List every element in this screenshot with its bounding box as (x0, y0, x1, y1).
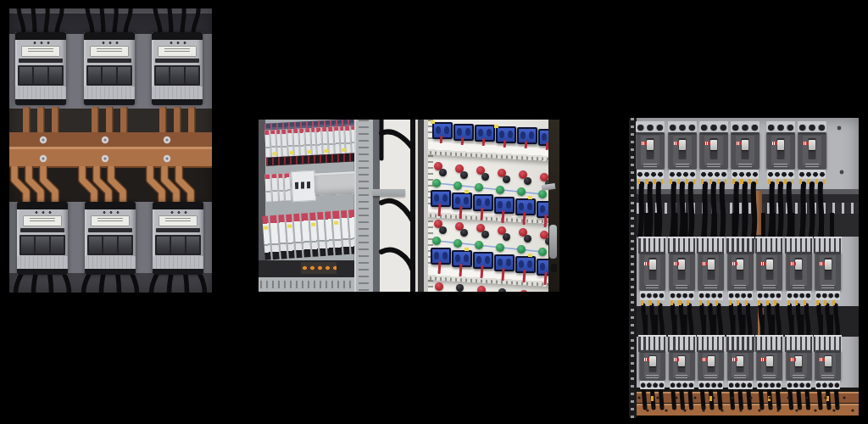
fuse-window (157, 237, 170, 254)
mccb-breaker (668, 132, 697, 170)
pushbutton-green (496, 186, 504, 194)
fuse-window (103, 67, 115, 84)
breaker-mounting-base (726, 237, 754, 254)
breaker-spec-text (763, 285, 776, 289)
pushbutton-dark (503, 233, 510, 241)
contact-block-blue (453, 124, 474, 141)
contact-block-blue (432, 122, 453, 139)
mccb-breaker (731, 132, 760, 170)
fuse-unit-top-terminal (153, 202, 203, 209)
breaker-mounting-base (668, 335, 696, 352)
door-harness-cables (373, 120, 428, 292)
breaker-red-label (643, 262, 649, 265)
door-keyhole (551, 264, 557, 272)
photo-left-fuse-switch-panel (9, 8, 212, 293)
pushbutton-red (477, 286, 486, 292)
terminal-loop-strip (637, 170, 664, 179)
breaker-spec-text (676, 375, 688, 379)
terminal-loop-strip (787, 291, 811, 300)
mccb-breaker (786, 252, 812, 291)
contact-block-blue (473, 194, 493, 211)
fuse-window (186, 237, 199, 254)
door-handle (549, 225, 557, 259)
terminal-loop-strip (757, 291, 782, 300)
fuse-window-band (87, 235, 133, 255)
breaker-spec-text (793, 375, 805, 379)
fuse-unit-base (85, 256, 136, 269)
breaker-toggle (777, 140, 784, 150)
breaker-mounting-base (755, 237, 783, 254)
fuse-unit-label (23, 215, 62, 226)
breaker-red-label (673, 358, 679, 361)
wire-marker-strip (758, 300, 781, 305)
breaker-spec-text (734, 375, 747, 379)
label-tag (431, 120, 435, 124)
fuse-switch-unit (153, 202, 203, 275)
mccb-breaker (636, 132, 665, 170)
terminal-loop-strip (732, 170, 759, 179)
fuse-window (51, 237, 64, 254)
terminal-lug-strip (766, 121, 795, 132)
fuse-unit-slot-band (87, 59, 131, 63)
fuse-switch-unit (85, 202, 136, 275)
terminal-loop-strip (669, 170, 696, 179)
mccb-breaker (727, 252, 754, 291)
breaker-spec-text (734, 285, 747, 289)
mccb-breaker (699, 132, 728, 170)
fuse-unit-base (153, 256, 203, 269)
breaker-spec-text (646, 285, 659, 289)
breaker-mounting-base (638, 237, 666, 254)
label-tag (342, 148, 346, 152)
fuse-window (170, 67, 183, 84)
terminal-lug-strip (731, 121, 760, 132)
din-row-second (264, 165, 358, 204)
label-tag (287, 225, 292, 228)
fuse-unit-slot-band (155, 59, 199, 63)
fuse-unit-label (159, 215, 198, 226)
fuse-switch-unit (152, 32, 203, 105)
fuse-window-band (19, 235, 65, 255)
mccb-breaker (756, 350, 782, 381)
fuse-window (36, 237, 48, 254)
cabinet-interior (259, 120, 373, 292)
fuse-window (118, 67, 131, 84)
breaker-toggle (825, 356, 832, 366)
pushbutton-dark (456, 284, 464, 292)
fuse-window-band (18, 65, 64, 86)
contact-block-blue (494, 254, 515, 271)
breaker-spec-text (821, 375, 834, 379)
breaker-toggle (649, 356, 656, 366)
wire-marker-strip (701, 179, 726, 184)
label-tag (290, 151, 294, 154)
wire-marker-strip (816, 300, 839, 305)
fuse-unit-indicator-dots (168, 41, 186, 45)
label-tag (325, 149, 329, 153)
breaker-toggle (710, 140, 717, 150)
fuse-unit-label (21, 46, 60, 57)
breaker-toggle (742, 140, 748, 150)
door-rear-face (428, 120, 559, 292)
breaker-mounting-base (697, 335, 725, 352)
terminal-loop-strip (815, 291, 840, 300)
contact-block-blue (452, 250, 472, 267)
contact-block-blue (517, 127, 537, 144)
terminal-loop-strip (787, 381, 811, 389)
terminal-lug-strip (699, 121, 728, 132)
fuse-unit-base (17, 256, 68, 269)
mccb-breaker (639, 252, 665, 291)
breaker-spec-text (738, 164, 752, 168)
pushbutton-dark (439, 226, 447, 234)
breaker-red-label (673, 262, 679, 265)
pushbutton-green (496, 243, 504, 252)
fuse-unit-top-terminal (85, 202, 136, 209)
breaker-spec-text (643, 164, 657, 168)
fuse-unit-indicator-dots (101, 210, 120, 215)
fuse-unit-slot-band (20, 228, 64, 232)
breaker-spec-text (676, 164, 689, 168)
wire-marker-strip (670, 179, 695, 184)
fuse-switch-unit (15, 32, 66, 105)
breaker-toggle (825, 259, 832, 270)
breaker-spec-text (763, 375, 776, 379)
mccb-breaker (727, 350, 754, 381)
breaker-red-label (819, 358, 825, 361)
